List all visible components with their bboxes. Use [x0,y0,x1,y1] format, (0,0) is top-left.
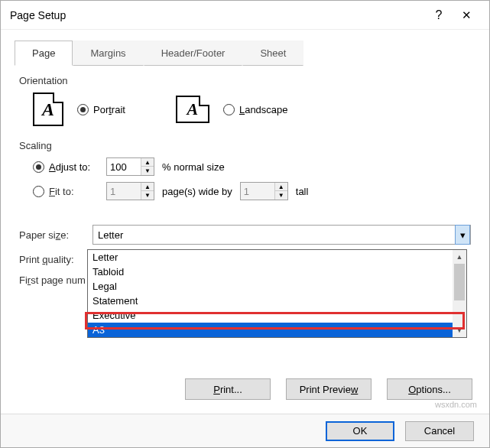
spinner-up-icon[interactable]: ▲ [141,158,154,167]
tab-margins[interactable]: Margins [73,41,143,66]
option-executive[interactable]: Executive [88,308,466,323]
fit-to-radio[interactable]: Fit to: [33,186,99,197]
landscape-radio[interactable]: Landscape [223,104,288,115]
option-legal[interactable]: Legal [88,279,466,294]
window-title: Page Setup [10,9,425,21]
tab-strip: Page Margins Header/Footer Sheet [15,41,489,66]
tab-sheet[interactable]: Sheet [242,41,303,66]
paper-size-select[interactable]: Letter ▾ [92,225,471,245]
scroll-up-icon[interactable]: ▲ [453,250,466,264]
scroll-down-icon[interactable]: ▼ [453,323,466,337]
spinner-down-icon[interactable]: ▼ [275,191,287,200]
option-a3[interactable]: A3 [88,323,466,337]
portrait-radio[interactable]: Portrait [77,104,125,115]
dropdown-button[interactable]: ▾ [455,225,470,245]
fit-wide-input[interactable] [107,183,141,200]
first-page-label: First page num [19,274,92,286]
fit-tall-suffix: tall [296,186,309,197]
paper-size-value: Letter [98,229,123,241]
close-button[interactable]: ✕ [453,8,480,22]
portrait-icon: A [33,93,63,126]
print-quality-label: Print quality: [19,254,92,265]
cancel-button[interactable]: Cancel [405,421,474,441]
fit-tall-spinner[interactable]: ▲▼ [240,182,288,200]
scaling-label: Scaling [19,140,471,151]
help-button[interactable]: ? [425,8,453,22]
adjust-to-radio[interactable]: Adjust to: [33,161,99,173]
landscape-icon: A [176,96,209,123]
adjust-to-input[interactable] [107,158,141,175]
scroll-thumb[interactable] [454,264,465,300]
title-bar: Page Setup ? ✕ [1,1,489,30]
paper-size-dropdown[interactable]: Letter Tabloid Legal Statement Executive… [87,249,467,338]
paper-size-label: Paper size: [19,229,92,241]
fit-tall-input[interactable] [241,183,274,200]
dropdown-scrollbar[interactable]: ▲ ▼ [453,250,466,337]
spinner-up-icon[interactable]: ▲ [275,183,287,191]
fit-wide-spinner[interactable]: ▲▼ [106,182,154,200]
print-preview-button[interactable]: Print Preview [286,378,372,400]
watermark: wsxdn.com [435,400,477,409]
tab-header-footer[interactable]: Header/Footer [144,41,243,66]
adjust-to-suffix: % normal size [162,161,225,173]
spinner-down-icon[interactable]: ▼ [141,191,154,200]
spinner-up-icon[interactable]: ▲ [141,183,154,191]
adjust-to-label: Adjust to: [49,161,90,173]
ok-button[interactable]: OK [326,421,394,441]
bottom-button-bar: OK Cancel [1,414,489,447]
options-button[interactable]: Options... [387,378,472,400]
option-tabloid[interactable]: Tabloid [88,265,466,279]
fit-wide-suffix: page(s) wide by [162,186,232,197]
portrait-radio-label: Portrait [93,104,125,115]
spinner-down-icon[interactable]: ▼ [141,167,154,175]
fit-to-label: Fit to: [49,186,74,197]
chevron-down-icon: ▾ [460,229,466,241]
adjust-to-spinner[interactable]: ▲▼ [106,157,154,176]
print-button[interactable]: Print... [185,378,271,400]
landscape-radio-label: Landscape [239,104,288,115]
tab-page[interactable]: Page [15,41,73,66]
orientation-label: Orientation [19,75,471,86]
option-letter[interactable]: Letter [88,250,466,265]
option-statement[interactable]: Statement [88,294,466,308]
